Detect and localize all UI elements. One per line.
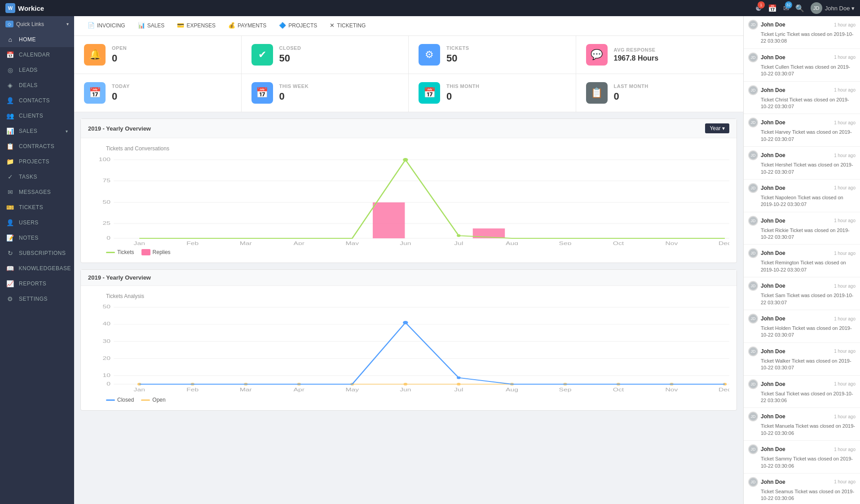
open-icon: 🔔 [84, 44, 106, 66]
subnav-projects[interactable]: 🔷 PROJECTS [273, 16, 323, 35]
subnav-ticketing[interactable]: ✕ TICKETING [323, 16, 372, 35]
activity-text: Ticket Walker Ticket was closed on 2019-… [748, 358, 856, 372]
subnav-payments[interactable]: 💰 PAYMENTS [222, 16, 273, 35]
svg-text:Nov: Nov [666, 387, 678, 393]
activity-name: John Doe [761, 446, 785, 452]
year-dropdown[interactable]: Year ▾ [705, 123, 729, 133]
sidebar-item-knowledgebase[interactable]: 📖 KNOWLEDGEBASE [0, 261, 74, 276]
sidebar-item-notes[interactable]: 📝 NOTES [0, 230, 74, 245]
activity-item: JD John Doe 1 hour ago Ticket Seamus Tic… [744, 473, 860, 504]
subnav-invoicing-label: INVOICING [97, 22, 125, 29]
activity-avatar: JD [748, 150, 758, 160]
svg-text:Apr: Apr [294, 387, 305, 393]
subnav-sales[interactable]: 📊 SALES [132, 16, 171, 35]
svg-text:Oct: Oct [613, 387, 624, 393]
avg-value: 1967.8 Hours [614, 54, 659, 62]
activity-text: Ticket Holden Ticket was closed on 2019-… [748, 325, 856, 339]
sidebar-item-leads[interactable]: ◎ LEADS [0, 62, 74, 78]
quicklinks-button[interactable]: ◇ Quick Links ▾ [0, 16, 74, 32]
sidebar-item-deals[interactable]: ◈ DEALS [0, 78, 74, 93]
sidebar-item-messages[interactable]: ✉ MESSAGES [0, 184, 74, 200]
activity-name: John Doe [761, 348, 785, 355]
sidebar-item-sales[interactable]: 📊 SALES ▾ [0, 123, 74, 139]
sidebar-item-users[interactable]: 👤 USERS [0, 215, 74, 230]
sidebar-item-projects[interactable]: 📁 PROJECTS [0, 154, 74, 169]
activity-text: Ticket Cullen Ticket was closed on 2019-… [748, 64, 856, 78]
sidebar-label-deals: DEALS [19, 82, 38, 88]
activity-header: JD John Doe 1 hour ago [748, 53, 856, 62]
svg-text:0: 0 [106, 381, 110, 386]
activity-header: JD John Doe 1 hour ago [748, 20, 856, 30]
deals-icon: ◈ [6, 82, 14, 89]
stats-row-1: 🔔 OPEN 0 ✔ CLOSED 50 ⚙ TICKETS 50 [74, 36, 743, 74]
activity-time: 1 hour ago [834, 251, 856, 256]
stat-last-month-info: LAST MONTH 0 [614, 83, 648, 102]
sidebar-label-clients: CLIENTS [19, 113, 43, 119]
closed-legend-label: Closed [117, 397, 134, 403]
svg-text:Sep: Sep [559, 241, 571, 245]
activity-avatar: JD [748, 314, 758, 324]
activity-text: Ticket Hershel Ticket was closed on 2019… [748, 162, 856, 175]
sidebar-item-contracts[interactable]: 📋 CONTRACTS [0, 139, 74, 154]
this-week-icon: 📅 [251, 82, 273, 104]
chart1-svg: 100 75 50 25 0 Jan Feb [88, 155, 729, 245]
sidebar-label-contracts: CONTRACTS [19, 143, 54, 149]
chart2-title: 2019 - Yearly Overview [88, 274, 151, 281]
this-month-value: 0 [446, 91, 479, 102]
stat-this-week: 📅 THIS WEEK 0 [242, 74, 409, 112]
app-logo[interactable]: W Workice [5, 3, 44, 13]
sidebar-item-home[interactable]: ⌂ HOME [0, 32, 74, 47]
activity-text: Ticket Seamus Ticket was closed on 2019-… [748, 488, 856, 502]
activity-header: JD John Doe 1 hour ago [748, 379, 856, 389]
stat-today-info: TODAY 0 [112, 83, 130, 102]
activity-name: John Doe [761, 218, 785, 224]
subnav-invoicing[interactable]: 📄 INVOICING [81, 16, 132, 35]
sidebar-item-clients[interactable]: 👥 CLIENTS [0, 108, 74, 123]
activity-time: 1 hour ago [834, 284, 856, 289]
subnav-expenses[interactable]: 💳 EXPENSES [171, 16, 222, 35]
user-menu[interactable]: JD John Doe ▾ [811, 2, 855, 14]
search-button[interactable]: 🔍 [795, 4, 804, 13]
logo-icon: W [5, 3, 15, 13]
stat-tickets: ⚙ TICKETS 50 [409, 36, 576, 74]
subnav-payments-label: PAYMENTS [238, 22, 266, 29]
last-month-icon: 📋 [586, 82, 608, 104]
notes-icon: 📝 [6, 234, 14, 241]
reports-icon: 📈 [6, 280, 14, 287]
activity-header: JD John Doe 1 hour ago [748, 346, 856, 356]
calendar-topbar-button[interactable]: 📅 [768, 4, 777, 13]
svg-text:Jun: Jun [400, 241, 411, 245]
sidebar-label-tasks: TASKS [19, 174, 37, 180]
today-label: TODAY [112, 83, 130, 89]
activity-item: JD John Doe 1 hour ago Ticket Christ Tic… [744, 82, 860, 114]
sidebar-item-settings[interactable]: ⚙ SETTINGS [0, 291, 74, 307]
sales-icon: 📊 [6, 127, 14, 135]
activity-time: 1 hour ago [834, 88, 856, 92]
this-week-label: THIS WEEK [279, 83, 309, 89]
activity-time: 1 hour ago [834, 479, 856, 484]
activity-header: JD John Doe 1 hour ago [748, 314, 856, 324]
topbar: W Workice ☯ 1 📅 ✉ 32 🔍 JD John Doe ▾ [0, 0, 860, 16]
svg-text:Feb: Feb [186, 241, 198, 245]
svg-text:40: 40 [103, 321, 110, 327]
notifications-button[interactable]: ☯ 1 [755, 4, 762, 13]
activity-item: JD John Doe 1 hour ago Ticket Napoleon T… [744, 180, 860, 212]
activity-time: 1 hour ago [834, 22, 856, 27]
activity-text: Ticket Sam Ticket was closed on 2019-10-… [748, 292, 856, 306]
sidebar-item-reports[interactable]: 📈 REPORTS [0, 276, 74, 291]
tickets-icon: 🎫 [6, 204, 14, 211]
activity-time: 1 hour ago [834, 447, 856, 452]
activity-text: Ticket Rickie Ticket was closed on 2019-… [748, 227, 856, 241]
stat-last-month: 📋 LAST MONTH 0 [576, 74, 744, 112]
stat-closed-info: CLOSED 50 [279, 45, 301, 64]
sidebar-item-subscriptions[interactable]: ↻ SUBSCRIPTIONS [0, 245, 74, 261]
chart2-header: 2019 - Yearly Overview [81, 270, 737, 286]
sidebar-item-calendar[interactable]: 📅 CALENDAR [0, 47, 74, 62]
messages-button[interactable]: ✉ 32 [783, 4, 789, 13]
sidebar-item-tasks[interactable]: ✓ TASKS [0, 169, 74, 184]
sidebar-item-contacts[interactable]: 👤 CONTACTS [0, 93, 74, 108]
svg-rect-10 [373, 202, 405, 238]
leads-icon: ◎ [6, 66, 14, 74]
legend-replies: Replies [141, 249, 171, 255]
sidebar-item-tickets[interactable]: 🎫 TICKETS [0, 200, 74, 215]
